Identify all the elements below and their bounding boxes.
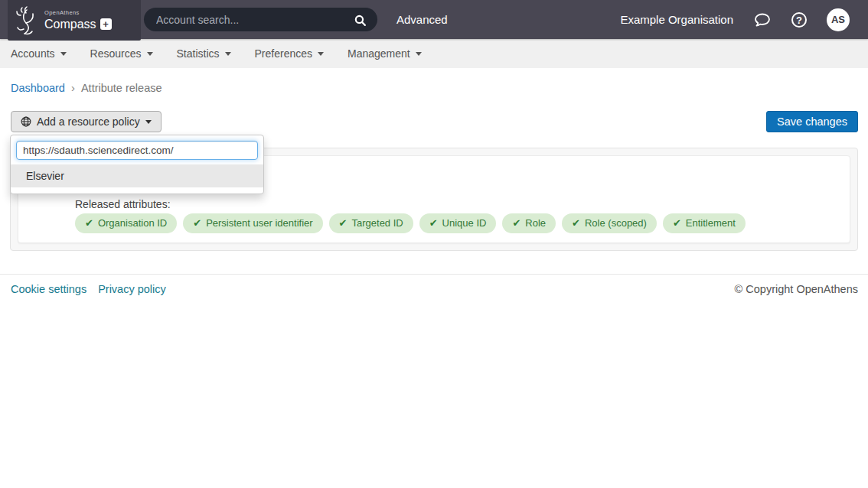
attribute-badge-label: Unique ID [442, 213, 487, 233]
main-nav: Accounts Resources Statistics Preference… [0, 39, 868, 68]
save-changes-button[interactable]: Save changes [766, 111, 858, 132]
attribute-badge-label: Persistent user identifier [206, 213, 312, 233]
nav-item-label: Statistics [177, 47, 220, 60]
help-icon: ? [791, 12, 807, 28]
plus-badge-icon: + [100, 18, 112, 30]
check-icon: ✔ [85, 213, 93, 233]
top-header: OpenAthens Compass + Advanced Examp [0, 0, 868, 39]
resource-policy-dropdown: Elsevier [10, 135, 264, 194]
attribute-badge-label: Targeted ID [352, 213, 403, 233]
add-resource-policy-label: Add a resource policy [37, 115, 140, 128]
page-footer: Cookie settings Privacy policy © Copyrig… [0, 274, 868, 295]
openathens-flower-icon [15, 5, 39, 36]
organisation-name: Example Organisation [620, 13, 733, 26]
attribute-badge-label: Organisation ID [98, 213, 167, 233]
help-button[interactable]: ? [791, 12, 807, 28]
account-search [144, 8, 377, 31]
account-search-input[interactable] [156, 14, 352, 26]
add-resource-policy-button[interactable]: Add a resource policy [11, 111, 162, 132]
attribute-badge: ✔ Role [502, 213, 556, 233]
feedback-button[interactable] [753, 11, 772, 29]
chat-icon [753, 11, 772, 29]
check-icon: ✔ [193, 213, 201, 233]
globe-icon [21, 116, 31, 127]
brand-logo[interactable]: OpenAthens Compass + [8, 0, 141, 41]
breadcrumb-separator: › [71, 81, 75, 94]
cookie-settings-link[interactable]: Cookie settings [11, 283, 86, 295]
avatar[interactable]: AS [827, 8, 850, 31]
brand-text: OpenAthens Compass + [44, 10, 112, 31]
attribute-badge: ✔ Targeted ID [329, 213, 413, 233]
advanced-search-link[interactable]: Advanced [396, 0, 448, 39]
nav-item-label: Preferences [255, 47, 312, 60]
footer-links: Cookie settings Privacy policy [11, 283, 166, 295]
app-root: OpenAthens Compass + Advanced Examp [0, 0, 868, 488]
chevron-down-icon [60, 52, 67, 56]
copyright-text: © Copyright OpenAthens [735, 283, 858, 295]
attribute-badge: ✔ Entitlement [663, 213, 746, 233]
breadcrumb-current: Attribute release [81, 82, 162, 94]
privacy-policy-link[interactable]: Privacy policy [98, 283, 166, 295]
check-icon: ✔ [429, 213, 438, 233]
released-attributes-label: Released attributes: [75, 198, 171, 210]
breadcrumb-dashboard-link[interactable]: Dashboard [11, 82, 65, 94]
brand-compass-label: Compass [44, 18, 96, 31]
check-icon: ✔ [512, 213, 520, 233]
attribute-badge-label: Entitlement [686, 213, 736, 233]
nav-item-statistics[interactable]: Statistics [177, 47, 231, 60]
check-icon: ✔ [339, 213, 348, 233]
brand-openathens-label: OpenAthens [44, 10, 112, 16]
check-icon: ✔ [572, 213, 580, 233]
chevron-down-icon [318, 52, 324, 56]
attribute-badge: ✔ Unique ID [419, 213, 497, 233]
search-button[interactable] [352, 12, 373, 27]
nav-item-management[interactable]: Management [348, 47, 422, 60]
breadcrumb: Dashboard › Attribute release [11, 81, 162, 94]
header-right-cluster: Example Organisation ? AS [620, 0, 850, 39]
chevron-down-icon [225, 52, 231, 56]
attribute-badge-label: Role [525, 213, 546, 233]
attribute-badge: ✔ Organisation ID [75, 213, 177, 233]
nav-item-label: Accounts [11, 47, 55, 60]
caret-down-icon [145, 120, 152, 124]
attribute-badge: ✔ Role (scoped) [562, 213, 657, 233]
chevron-down-icon [416, 52, 422, 56]
attribute-badge-label: Role (scoped) [585, 213, 647, 233]
resource-url-input[interactable] [16, 141, 258, 160]
nav-item-accounts[interactable]: Accounts [11, 47, 67, 60]
nav-item-preferences[interactable]: Preferences [255, 47, 324, 60]
released-attributes-list: ✔ Organisation ID ✔ Persistent user iden… [75, 213, 746, 233]
nav-item-resources[interactable]: Resources [90, 47, 153, 60]
check-icon: ✔ [673, 213, 681, 233]
nav-item-label: Resources [90, 47, 142, 60]
dropdown-option-elsevier[interactable]: Elsevier [11, 164, 263, 187]
search-icon [354, 14, 367, 27]
attribute-badge: ✔ Persistent user identifier [183, 213, 322, 233]
nav-item-label: Management [348, 47, 410, 60]
chevron-down-icon [147, 52, 153, 56]
